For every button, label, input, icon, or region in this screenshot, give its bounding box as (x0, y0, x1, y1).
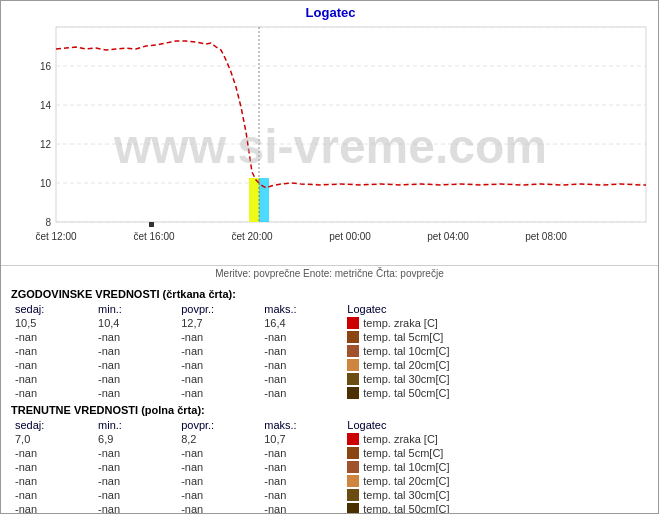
cur-maks-0: 10,7 (260, 432, 343, 446)
chart-area: Logatec www.si-vreme.com 8 10 12 14 16 č… (1, 1, 659, 266)
hist-min-0: 10,4 (94, 316, 177, 330)
cur-sedaj-3: -nan (11, 474, 94, 488)
cur-povpr-0: 8,2 (177, 432, 260, 446)
cur-povpr-1: -nan (177, 446, 260, 460)
cur-min-1: -nan (94, 446, 177, 460)
hist-sedaj-3: -nan (11, 358, 94, 372)
cur-maks-2: -nan (260, 460, 343, 474)
cur-label-1: temp. tal 5cm[C] (363, 447, 443, 459)
cur-label-2: temp. tal 10cm[C] (363, 461, 449, 473)
cur-label-5: temp. tal 50cm[C] (363, 503, 449, 514)
svg-text:pet 08:00: pet 08:00 (525, 231, 567, 242)
historic-table: sedaj: min.: povpr.: maks.: Logatec 10,5… (11, 302, 648, 400)
hist-color-box-4 (347, 373, 359, 385)
cur-maks-5: -nan (260, 502, 343, 514)
cur-color-box-1 (347, 447, 359, 459)
hist-logatec-0: temp. zraka [C] (343, 316, 648, 330)
hist-povpr-0: 12,7 (177, 316, 260, 330)
cur-logatec-4: temp. tal 30cm[C] (343, 488, 648, 502)
hist-color-box-1 (347, 331, 359, 343)
col-header-logatec-hist: Logatec (343, 302, 648, 316)
hist-label-5: temp. tal 50cm[C] (363, 387, 449, 399)
svg-text:čet 12:00: čet 12:00 (35, 231, 77, 242)
cur-logatec-5: temp. tal 50cm[C] (343, 502, 648, 514)
cur-min-2: -nan (94, 460, 177, 474)
hist-sedaj-5: -nan (11, 386, 94, 400)
hist-min-3: -nan (94, 358, 177, 372)
cur-povpr-3: -nan (177, 474, 260, 488)
col-header-sedaj-cur: sedaj: (11, 418, 94, 432)
hist-povpr-5: -nan (177, 386, 260, 400)
historic-row-3: -nan -nan -nan -nan temp. tal 20cm[C] (11, 358, 648, 372)
cur-maks-4: -nan (260, 488, 343, 502)
hist-label-2: temp. tal 10cm[C] (363, 345, 449, 357)
col-header-maks: maks.: (260, 302, 343, 316)
hist-color-box-2 (347, 345, 359, 357)
hist-label-3: temp. tal 20cm[C] (363, 359, 449, 371)
historic-row-2: -nan -nan -nan -nan temp. tal 10cm[C] (11, 344, 648, 358)
svg-text:pet 04:00: pet 04:00 (427, 231, 469, 242)
hist-sedaj-1: -nan (11, 330, 94, 344)
data-section: ZGODOVINSKE VREDNOSTI (črtkana črta): se… (1, 282, 658, 514)
cur-label-3: temp. tal 20cm[C] (363, 475, 449, 487)
cur-logatec-3: temp. tal 20cm[C] (343, 474, 648, 488)
historic-header: ZGODOVINSKE VREDNOSTI (črtkana črta): (11, 288, 648, 300)
cur-min-0: 6,9 (94, 432, 177, 446)
svg-text:čet 16:00: čet 16:00 (133, 231, 175, 242)
hist-min-2: -nan (94, 344, 177, 358)
hist-maks-2: -nan (260, 344, 343, 358)
historic-row-4: -nan -nan -nan -nan temp. tal 30cm[C] (11, 372, 648, 386)
chart-svg: 8 10 12 14 16 čet 12:00 čet 16:00 čet 20… (1, 22, 659, 252)
cur-color-box-0 (347, 433, 359, 445)
hist-min-1: -nan (94, 330, 177, 344)
cur-povpr-5: -nan (177, 502, 260, 514)
cur-color-box-3 (347, 475, 359, 487)
hist-logatec-3: temp. tal 20cm[C] (343, 358, 648, 372)
cur-sedaj-0: 7,0 (11, 432, 94, 446)
current-table: sedaj: min.: povpr.: maks.: Logatec 7,0 … (11, 418, 648, 514)
svg-rect-0 (56, 27, 646, 222)
hist-povpr-4: -nan (177, 372, 260, 386)
cur-color-box-4 (347, 489, 359, 501)
cur-logatec-2: temp. tal 10cm[C] (343, 460, 648, 474)
svg-rect-18 (149, 222, 154, 227)
historic-row-0: 10,5 10,4 12,7 16,4 temp. zraka [C] (11, 316, 648, 330)
cur-logatec-0: temp. zraka [C] (343, 432, 648, 446)
cur-logatec-1: temp. tal 5cm[C] (343, 446, 648, 460)
hist-min-4: -nan (94, 372, 177, 386)
col-header-povpr: povpr.: (177, 302, 260, 316)
cur-povpr-4: -nan (177, 488, 260, 502)
hist-logatec-2: temp. tal 10cm[C] (343, 344, 648, 358)
hist-povpr-3: -nan (177, 358, 260, 372)
hist-povpr-2: -nan (177, 344, 260, 358)
hist-sedaj-2: -nan (11, 344, 94, 358)
current-row-5: -nan -nan -nan -nan temp. tal 50cm[C] (11, 502, 648, 514)
cur-povpr-2: -nan (177, 460, 260, 474)
hist-color-box-5 (347, 387, 359, 399)
col-header-min: min.: (94, 302, 177, 316)
current-row-3: -nan -nan -nan -nan temp. tal 20cm[C] (11, 474, 648, 488)
svg-text:čet 20:00: čet 20:00 (231, 231, 273, 242)
svg-text:8: 8 (45, 217, 51, 228)
svg-text:10: 10 (40, 178, 52, 189)
svg-text:14: 14 (40, 100, 52, 111)
hist-sedaj-4: -nan (11, 372, 94, 386)
svg-text:pet 00:00: pet 00:00 (329, 231, 371, 242)
cur-sedaj-4: -nan (11, 488, 94, 502)
cur-min-4: -nan (94, 488, 177, 502)
hist-min-5: -nan (94, 386, 177, 400)
current-row-2: -nan -nan -nan -nan temp. tal 10cm[C] (11, 460, 648, 474)
hist-logatec-1: temp. tal 5cm[C] (343, 330, 648, 344)
col-header-logatec-cur: Logatec (343, 418, 648, 432)
svg-rect-20 (249, 178, 259, 222)
historic-row-1: -nan -nan -nan -nan temp. tal 5cm[C] (11, 330, 648, 344)
hist-sedaj-0: 10,5 (11, 316, 94, 330)
cur-label-4: temp. tal 30cm[C] (363, 489, 449, 501)
col-header-sedaj: sedaj: (11, 302, 94, 316)
col-header-maks-cur: maks.: (260, 418, 343, 432)
hist-logatec-5: temp. tal 50cm[C] (343, 386, 648, 400)
cur-min-5: -nan (94, 502, 177, 514)
hist-label-4: temp. tal 30cm[C] (363, 373, 449, 385)
cur-label-0: temp. zraka [C] (363, 433, 438, 445)
cur-min-3: -nan (94, 474, 177, 488)
